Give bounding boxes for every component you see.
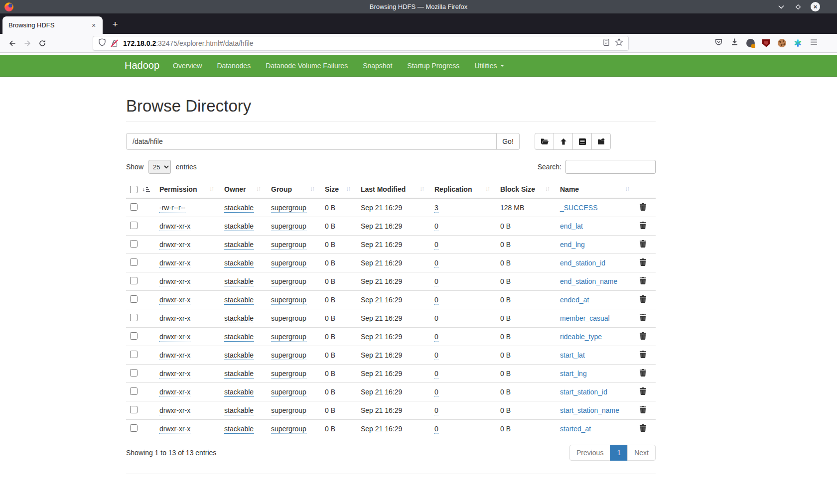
column-header-name[interactable]: ↓↑Name xyxy=(556,181,636,198)
close-tab-icon[interactable]: × xyxy=(89,20,99,30)
editable-owner[interactable]: stackable xyxy=(224,204,254,213)
file-link[interactable]: member_casual xyxy=(560,314,610,322)
delete-button[interactable] xyxy=(640,203,646,212)
minimize-icon[interactable] xyxy=(777,2,786,11)
editable-owner[interactable]: stackable xyxy=(224,314,254,323)
row-checkbox[interactable] xyxy=(130,277,138,284)
close-window-icon[interactable]: × xyxy=(811,2,820,11)
previous-page-button[interactable]: Previous xyxy=(569,445,610,461)
file-link[interactable]: _SUCCESS xyxy=(560,204,597,212)
ublock-icon[interactable] xyxy=(762,39,770,47)
file-link[interactable]: start_station_name xyxy=(560,406,619,414)
editable-permission[interactable]: -rw-r--r-- xyxy=(159,204,185,213)
shield-icon[interactable] xyxy=(98,38,106,48)
file-link[interactable]: end_lat xyxy=(560,222,583,230)
editable-replication[interactable]: 0 xyxy=(434,406,438,415)
file-link[interactable]: rideable_type xyxy=(560,333,602,341)
editable-group[interactable]: supergroup xyxy=(271,351,306,360)
pocket-icon[interactable] xyxy=(714,38,723,48)
editable-group[interactable]: supergroup xyxy=(271,222,306,231)
editable-owner[interactable]: stackable xyxy=(224,259,254,268)
editable-permission[interactable]: drwxr-xr-x xyxy=(159,370,190,378)
row-checkbox[interactable] xyxy=(130,387,138,395)
delete-button[interactable] xyxy=(640,277,646,286)
row-checkbox[interactable] xyxy=(130,295,138,303)
editable-replication[interactable]: 0 xyxy=(434,259,438,268)
file-link[interactable]: end_station_id xyxy=(560,259,605,267)
nav-item-overview[interactable]: Overview xyxy=(165,62,209,70)
delete-button[interactable] xyxy=(640,314,646,323)
upload-button[interactable] xyxy=(554,133,573,150)
editable-owner[interactable]: stackable xyxy=(224,406,254,415)
editable-replication[interactable]: 0 xyxy=(434,314,438,323)
editable-group[interactable]: supergroup xyxy=(271,333,306,342)
column-header-owner[interactable]: ↓↑Owner xyxy=(220,181,267,198)
delete-button[interactable] xyxy=(640,258,646,267)
column-header-last-modified[interactable]: ↓↑Last Modified xyxy=(357,181,430,198)
row-checkbox[interactable] xyxy=(130,314,138,321)
column-header-size[interactable]: ↓↑Size xyxy=(321,181,357,198)
delete-button[interactable] xyxy=(640,424,646,433)
column-header-select-all[interactable]: ↓ xyxy=(126,181,155,198)
editable-permission[interactable]: drwxr-xr-x xyxy=(159,333,190,342)
editable-permission[interactable]: drwxr-xr-x xyxy=(159,425,190,434)
folder-open-button[interactable] xyxy=(535,133,554,150)
row-checkbox[interactable] xyxy=(130,203,138,211)
tab-browsing-hdfs[interactable]: Browsing HDFS × xyxy=(2,16,103,34)
delete-button[interactable] xyxy=(640,369,646,378)
editable-owner[interactable]: stackable xyxy=(224,296,254,305)
editable-replication[interactable]: 0 xyxy=(434,296,438,305)
editable-group[interactable]: supergroup xyxy=(271,259,306,268)
nav-item-utilities[interactable]: Utilities xyxy=(467,62,511,70)
editable-group[interactable]: supergroup xyxy=(271,296,306,305)
row-checkbox[interactable] xyxy=(130,369,138,377)
editable-permission[interactable]: drwxr-xr-x xyxy=(159,406,190,415)
editable-permission[interactable]: drwxr-xr-x xyxy=(159,314,190,323)
delete-button[interactable] xyxy=(640,222,646,231)
new-folder-button[interactable] xyxy=(591,133,611,150)
editable-replication[interactable]: 0 xyxy=(434,351,438,360)
editable-group[interactable]: supergroup xyxy=(271,241,306,250)
delete-button[interactable] xyxy=(640,351,646,360)
editable-owner[interactable]: stackable xyxy=(224,425,254,434)
brand-hadoop[interactable]: Hadoop xyxy=(125,60,159,71)
editable-owner[interactable]: stackable xyxy=(224,351,254,360)
editable-group[interactable]: supergroup xyxy=(271,370,306,378)
column-header-block-size[interactable]: ↓↑Block Size xyxy=(496,181,556,198)
bookmark-star-icon[interactable] xyxy=(615,38,623,48)
nav-item-datanode-volume-failures[interactable]: Datanode Volume Failures xyxy=(258,62,355,70)
editable-replication[interactable]: 0 xyxy=(434,222,438,231)
back-button[interactable] xyxy=(5,36,20,51)
url-bar[interactable]: 172.18.0.2:32475/explorer.html#/data/hfi… xyxy=(93,36,629,51)
select-all-checkbox[interactable] xyxy=(130,186,138,193)
editable-owner[interactable]: stackable xyxy=(224,370,254,378)
new-tab-button[interactable]: + xyxy=(108,17,123,32)
editable-owner[interactable]: stackable xyxy=(224,333,254,342)
column-header-group[interactable]: ↓↑Group xyxy=(267,181,321,198)
editable-group[interactable]: supergroup xyxy=(271,425,306,434)
sparkle-icon[interactable] xyxy=(794,39,802,47)
file-link[interactable]: ended_at xyxy=(560,296,589,304)
delete-button[interactable] xyxy=(640,406,646,415)
file-link[interactable]: end_lng xyxy=(560,241,585,249)
column-header-replication[interactable]: ↓↑Replication xyxy=(430,181,496,198)
delete-button[interactable] xyxy=(640,295,646,304)
row-checkbox[interactable] xyxy=(130,424,138,432)
delete-button[interactable] xyxy=(640,332,646,341)
editable-permission[interactable]: drwxr-xr-x xyxy=(159,241,190,250)
url-text[interactable]: 172.18.0.2:32475/explorer.html#/data/hfi… xyxy=(123,39,254,47)
row-checkbox[interactable] xyxy=(130,406,138,413)
editable-group[interactable]: supergroup xyxy=(271,406,306,415)
list-button[interactable] xyxy=(572,133,592,150)
reader-mode-icon[interactable] xyxy=(602,38,610,48)
editable-permission[interactable]: drwxr-xr-x xyxy=(159,277,190,286)
editable-replication[interactable]: 0 xyxy=(434,388,438,397)
download-icon[interactable] xyxy=(730,38,739,48)
file-link[interactable]: start_station_id xyxy=(560,388,607,396)
file-link[interactable]: started_at xyxy=(560,425,591,433)
row-checkbox[interactable] xyxy=(130,332,138,340)
editable-owner[interactable]: stackable xyxy=(224,241,254,250)
editable-group[interactable]: supergroup xyxy=(271,204,306,213)
editable-replication[interactable]: 0 xyxy=(434,277,438,286)
row-checkbox[interactable] xyxy=(130,351,138,358)
